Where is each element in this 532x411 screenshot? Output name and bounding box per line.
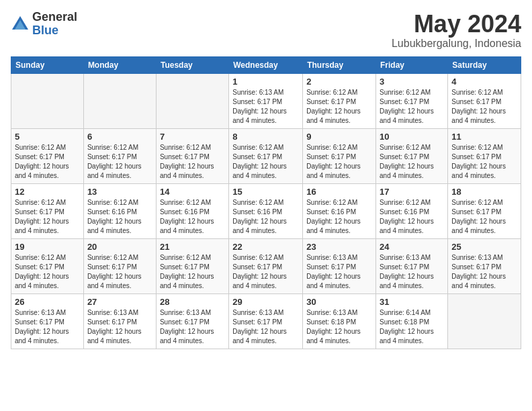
- day-info: Sunrise: 6:12 AM Sunset: 6:17 PM Dayligh…: [451, 198, 517, 236]
- day-info: Sunrise: 6:12 AM Sunset: 6:17 PM Dayligh…: [15, 253, 80, 291]
- logo-icon: [11, 15, 30, 34]
- calendar-cell: 30Sunrise: 6:13 AM Sunset: 6:18 PM Dayli…: [303, 293, 376, 349]
- day-number: 20: [87, 242, 152, 252]
- logo-blue: Blue: [32, 24, 77, 38]
- calendar-table: SundayMondayTuesdayWednesdayThursdayFrid…: [11, 56, 521, 349]
- day-info: Sunrise: 6:12 AM Sunset: 6:17 PM Dayligh…: [306, 143, 372, 181]
- header-monday: Monday: [83, 56, 156, 73]
- day-number: 23: [306, 242, 372, 252]
- day-number: 11: [451, 132, 517, 142]
- day-info: Sunrise: 6:12 AM Sunset: 6:17 PM Dayligh…: [232, 143, 299, 181]
- day-info: Sunrise: 6:12 AM Sunset: 6:17 PM Dayligh…: [15, 143, 80, 181]
- calendar-cell: 26Sunrise: 6:13 AM Sunset: 6:17 PM Dayli…: [11, 293, 84, 349]
- logo-general: General: [32, 11, 77, 24]
- calendar-cell: 3Sunrise: 6:12 AM Sunset: 6:17 PM Daylig…: [376, 73, 448, 128]
- day-info: Sunrise: 6:13 AM Sunset: 6:17 PM Dayligh…: [232, 308, 299, 346]
- calendar-cell: [83, 73, 156, 128]
- day-info: Sunrise: 6:14 AM Sunset: 6:18 PM Dayligh…: [380, 308, 444, 346]
- calendar-cell: 17Sunrise: 6:12 AM Sunset: 6:16 PM Dayli…: [376, 183, 448, 238]
- day-info: Sunrise: 6:13 AM Sunset: 6:17 PM Dayligh…: [15, 308, 80, 346]
- day-number: 26: [15, 297, 80, 307]
- calendar-cell: 28Sunrise: 6:13 AM Sunset: 6:17 PM Dayli…: [156, 293, 228, 349]
- day-info: Sunrise: 6:13 AM Sunset: 6:17 PM Dayligh…: [87, 308, 152, 346]
- calendar-cell: 20Sunrise: 6:12 AM Sunset: 6:17 PM Dayli…: [83, 238, 156, 293]
- calendar-cell: 10Sunrise: 6:12 AM Sunset: 6:17 PM Dayli…: [376, 128, 448, 183]
- calendar-cell: 5Sunrise: 6:12 AM Sunset: 6:17 PM Daylig…: [11, 128, 84, 183]
- day-number: 18: [451, 187, 517, 197]
- day-info: Sunrise: 6:12 AM Sunset: 6:16 PM Dayligh…: [306, 198, 372, 236]
- day-info: Sunrise: 6:12 AM Sunset: 6:17 PM Dayligh…: [380, 88, 444, 126]
- day-number: 22: [232, 242, 299, 252]
- day-info: Sunrise: 6:13 AM Sunset: 6:18 PM Dayligh…: [306, 308, 372, 346]
- day-info: Sunrise: 6:12 AM Sunset: 6:17 PM Dayligh…: [451, 88, 517, 126]
- day-number: 17: [380, 187, 444, 197]
- calendar-cell: 2Sunrise: 6:12 AM Sunset: 6:17 PM Daylig…: [303, 73, 376, 128]
- day-number: 12: [15, 187, 80, 197]
- day-info: Sunrise: 6:13 AM Sunset: 6:17 PM Dayligh…: [232, 88, 299, 126]
- day-info: Sunrise: 6:12 AM Sunset: 6:17 PM Dayligh…: [306, 88, 372, 126]
- calendar-header-row: SundayMondayTuesdayWednesdayThursdayFrid…: [11, 56, 521, 73]
- calendar-cell: 27Sunrise: 6:13 AM Sunset: 6:17 PM Dayli…: [83, 293, 156, 349]
- day-number: 5: [15, 132, 80, 142]
- day-number: 24: [380, 242, 444, 252]
- day-number: 2: [306, 77, 372, 87]
- day-info: Sunrise: 6:12 AM Sunset: 6:17 PM Dayligh…: [160, 143, 225, 181]
- day-number: 8: [232, 132, 299, 142]
- calendar-cell: 8Sunrise: 6:12 AM Sunset: 6:17 PM Daylig…: [229, 128, 303, 183]
- day-info: Sunrise: 6:12 AM Sunset: 6:17 PM Dayligh…: [160, 253, 225, 291]
- day-info: Sunrise: 6:12 AM Sunset: 6:17 PM Dayligh…: [87, 253, 152, 291]
- calendar-cell: 18Sunrise: 6:12 AM Sunset: 6:17 PM Dayli…: [448, 183, 521, 238]
- day-number: 4: [451, 77, 517, 87]
- logo-text: General Blue: [32, 11, 77, 38]
- calendar-cell: 12Sunrise: 6:12 AM Sunset: 6:17 PM Dayli…: [11, 183, 84, 238]
- day-number: 27: [87, 297, 152, 307]
- calendar-cell: 25Sunrise: 6:13 AM Sunset: 6:17 PM Dayli…: [448, 238, 521, 293]
- day-number: 9: [306, 132, 372, 142]
- month-title: May 2024: [392, 11, 521, 38]
- day-number: 30: [306, 297, 372, 307]
- day-number: 1: [232, 77, 299, 87]
- title-block: May 2024 Lubukbergalung, Indonesia: [392, 11, 521, 50]
- calendar-cell: 22Sunrise: 6:12 AM Sunset: 6:17 PM Dayli…: [229, 238, 303, 293]
- page-header: General Blue May 2024 Lubukbergalung, In…: [11, 11, 521, 50]
- day-number: 16: [306, 187, 372, 197]
- calendar-cell: 13Sunrise: 6:12 AM Sunset: 6:16 PM Dayli…: [83, 183, 156, 238]
- location-title: Lubukbergalung, Indonesia: [392, 38, 521, 50]
- day-number: 25: [451, 242, 517, 252]
- header-thursday: Thursday: [303, 56, 376, 73]
- header-wednesday: Wednesday: [229, 56, 303, 73]
- day-number: 14: [160, 187, 225, 197]
- calendar-cell: 24Sunrise: 6:13 AM Sunset: 6:17 PM Dayli…: [376, 238, 448, 293]
- calendar-cell: 19Sunrise: 6:12 AM Sunset: 6:17 PM Dayli…: [11, 238, 84, 293]
- logo: General Blue: [11, 11, 77, 38]
- calendar-cell: [156, 73, 228, 128]
- header-friday: Friday: [376, 56, 448, 73]
- calendar-cell: 11Sunrise: 6:12 AM Sunset: 6:17 PM Dayli…: [448, 128, 521, 183]
- day-info: Sunrise: 6:12 AM Sunset: 6:17 PM Dayligh…: [451, 143, 517, 181]
- day-number: 29: [232, 297, 299, 307]
- header-tuesday: Tuesday: [156, 56, 228, 73]
- calendar-cell: 23Sunrise: 6:13 AM Sunset: 6:17 PM Dayli…: [303, 238, 376, 293]
- calendar-week-1: 1Sunrise: 6:13 AM Sunset: 6:17 PM Daylig…: [11, 73, 521, 128]
- header-sunday: Sunday: [11, 56, 84, 73]
- day-info: Sunrise: 6:12 AM Sunset: 6:17 PM Dayligh…: [87, 143, 152, 181]
- calendar-cell: 14Sunrise: 6:12 AM Sunset: 6:16 PM Dayli…: [156, 183, 228, 238]
- day-info: Sunrise: 6:12 AM Sunset: 6:17 PM Dayligh…: [380, 143, 444, 181]
- calendar-cell: 1Sunrise: 6:13 AM Sunset: 6:17 PM Daylig…: [229, 73, 303, 128]
- day-info: Sunrise: 6:12 AM Sunset: 6:17 PM Dayligh…: [232, 253, 299, 291]
- day-number: 3: [380, 77, 444, 87]
- day-number: 6: [87, 132, 152, 142]
- calendar-cell: 16Sunrise: 6:12 AM Sunset: 6:16 PM Dayli…: [303, 183, 376, 238]
- day-number: 13: [87, 187, 152, 197]
- day-info: Sunrise: 6:12 AM Sunset: 6:16 PM Dayligh…: [380, 198, 444, 236]
- calendar-cell: 15Sunrise: 6:12 AM Sunset: 6:16 PM Dayli…: [229, 183, 303, 238]
- calendar-cell: 31Sunrise: 6:14 AM Sunset: 6:18 PM Dayli…: [376, 293, 448, 349]
- day-info: Sunrise: 6:13 AM Sunset: 6:17 PM Dayligh…: [160, 308, 225, 346]
- day-number: 15: [232, 187, 299, 197]
- calendar-cell: 4Sunrise: 6:12 AM Sunset: 6:17 PM Daylig…: [448, 73, 521, 128]
- calendar-cell: 9Sunrise: 6:12 AM Sunset: 6:17 PM Daylig…: [303, 128, 376, 183]
- calendar-week-4: 19Sunrise: 6:12 AM Sunset: 6:17 PM Dayli…: [11, 238, 521, 293]
- day-info: Sunrise: 6:13 AM Sunset: 6:17 PM Dayligh…: [380, 253, 444, 291]
- day-number: 10: [380, 132, 444, 142]
- calendar-cell: 7Sunrise: 6:12 AM Sunset: 6:17 PM Daylig…: [156, 128, 228, 183]
